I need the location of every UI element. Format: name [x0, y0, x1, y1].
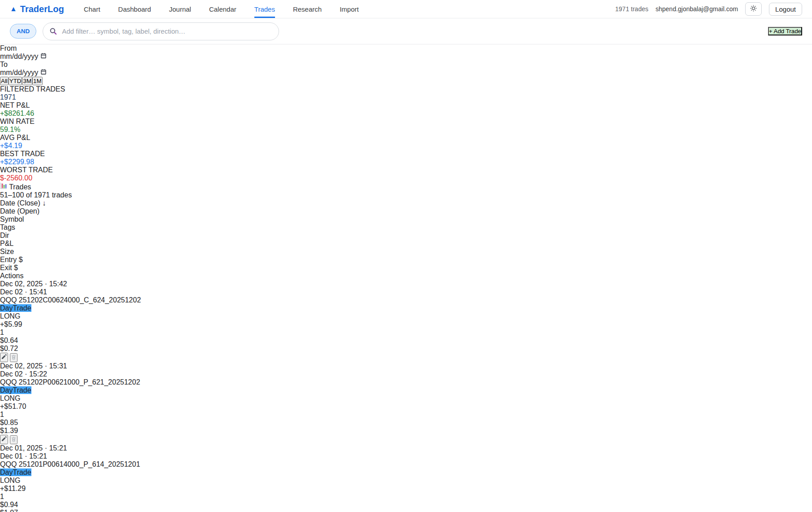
cell-exit: $1.07 [0, 509, 812, 512]
column-header[interactable]: Date (Close) ↓ [0, 199, 812, 207]
trades-count: 1971 trades [615, 5, 648, 13]
cell-date-close: Dec 01, 2025 · 15:21 [0, 444, 812, 452]
stat-card: FILTERED TRADES1971 [0, 85, 812, 101]
cell-pnl: +$11.29 [0, 485, 812, 493]
stat-label: AVG P&L [0, 134, 812, 142]
cell-exit: $1.39 [0, 427, 812, 435]
filter-search-wrap [43, 22, 279, 40]
stat-label: WIN RATE [0, 118, 812, 126]
range-button-ytd[interactable]: YTD [9, 77, 22, 85]
range-preset-group: AllYTD3M1M [0, 77, 812, 85]
trash-icon [11, 437, 17, 443]
trades-panel-header: Trades 51–100 of 1971 trades [0, 182, 812, 199]
calendar-icon [40, 53, 47, 60]
range-button-all[interactable]: All [0, 77, 9, 85]
cell-symbol: QQQ 251202P00621000_P_621_20251202 [0, 378, 812, 386]
navbar-right: 1971 trades shpend.gjonbalaj@gmail.com L… [615, 0, 802, 18]
cell-dir: LONG [0, 477, 812, 485]
nav-menu: ChartDashboardJournalCalendarTradesResea… [84, 0, 359, 18]
direction-badge: LONG [0, 394, 20, 402]
edit-trade-button[interactable] [0, 435, 8, 444]
cell-entry: $0.94 [0, 501, 812, 509]
stat-value: +$8261.46 [0, 109, 812, 118]
logout-button[interactable]: Logout [769, 3, 802, 16]
stat-card: NET P&L+$8261.46 [0, 101, 812, 118]
nav-item-dashboard[interactable]: Dashboard [118, 0, 151, 18]
from-date-value: mm/dd/yyyy [0, 53, 38, 60]
stat-value: +$2299.98 [0, 158, 812, 166]
tag-badge[interactable]: DayTrade [0, 304, 31, 312]
column-header[interactable]: Dir [0, 232, 812, 240]
search-icon [49, 27, 57, 37]
range-button-3m[interactable]: 3M [22, 77, 32, 85]
stat-value: 1971 [0, 93, 812, 101]
cell-date-open: Dec 02 · 15:22 [0, 370, 812, 378]
cell-size: 1 [0, 411, 812, 419]
cell-entry: $0.64 [0, 337, 812, 345]
edit-trade-button[interactable] [0, 353, 8, 362]
to-label: To [0, 61, 8, 68]
stat-label: BEST TRADE [0, 150, 812, 158]
from-label: From [0, 44, 17, 52]
nav-item-chart[interactable]: Chart [84, 0, 100, 18]
sun-icon [750, 4, 757, 13]
column-header[interactable]: Tags [0, 223, 812, 232]
stat-label: NET P&L [0, 101, 812, 109]
from-date-input[interactable]: mm/dd/yyyy [0, 53, 812, 61]
cell-tags: DayTrade [0, 304, 812, 312]
direction-badge: LONG [0, 312, 20, 320]
trash-icon [11, 354, 17, 361]
filter-search-input[interactable] [43, 22, 279, 40]
cell-date-open: Dec 02 · 15:41 [0, 288, 812, 296]
delete-trade-button[interactable] [10, 353, 17, 362]
stat-card: WORST TRADE$-2560.00 [0, 166, 812, 182]
bar-chart-icon [0, 183, 9, 191]
stat-value: +$4.19 [0, 142, 812, 150]
pagination-status: 51–100 of 1971 trades [0, 191, 72, 199]
tag-badge[interactable]: DayTrade [0, 468, 31, 476]
column-header[interactable]: Actions [0, 272, 812, 280]
to-date-input[interactable]: mm/dd/yyyy [0, 69, 812, 77]
nav-item-trades[interactable]: Trades [254, 0, 275, 18]
table-row[interactable]: Dec 01, 2025 · 15:21 Dec 01 · 15:21 QQQ … [0, 444, 812, 512]
cell-dir: LONG [0, 312, 812, 320]
cell-size: 1 [0, 328, 812, 337]
add-trade-button[interactable]: + Add Trade [768, 27, 802, 35]
filter-logic-and-button[interactable]: AND [10, 24, 36, 39]
column-header[interactable]: P&L [0, 240, 812, 248]
calendar-icon [40, 69, 47, 76]
cell-pnl: +$5.99 [0, 320, 812, 328]
delete-trade-button[interactable] [10, 435, 17, 444]
pencil-icon [1, 437, 7, 443]
stat-label: WORST TRADE [0, 166, 812, 174]
cell-date-close: Dec 02, 2025 · 15:31 [0, 362, 812, 370]
range-button-1m[interactable]: 1M [32, 77, 43, 85]
nav-item-import[interactable]: Import [340, 0, 359, 18]
table-header-row: Date (Close) ↓Date (Open)SymbolTagsDirP&… [0, 199, 812, 280]
app-logo[interactable]: ▲ TraderLog [10, 0, 64, 18]
logo-triangle-icon: ▲ [10, 5, 17, 13]
tag-badge[interactable]: DayTrade [0, 386, 31, 394]
app-name: TraderLog [20, 4, 64, 14]
table-row[interactable]: Dec 02, 2025 · 15:31 Dec 02 · 15:22 QQQ … [0, 362, 812, 444]
table-body: Dec 02, 2025 · 15:42 Dec 02 · 15:41 QQQ … [0, 280, 812, 512]
cell-actions [0, 435, 812, 444]
nav-item-research[interactable]: Research [293, 0, 322, 18]
trades-title-label: Trades [9, 183, 31, 191]
column-header[interactable]: Symbol [0, 215, 812, 223]
trades-panel: Trades 51–100 of 1971 trades Date (Close… [0, 182, 812, 512]
nav-item-journal[interactable]: Journal [169, 0, 191, 18]
column-header[interactable]: Size [0, 248, 812, 256]
stat-label: FILTERED TRADES [0, 85, 812, 93]
to-date-value: mm/dd/yyyy [0, 69, 38, 76]
column-header[interactable]: Date (Open) [0, 207, 812, 215]
user-email: shpend.gjonbalaj@gmail.com [655, 5, 738, 13]
theme-toggle-button[interactable] [745, 2, 762, 16]
date-range-bar: From mm/dd/yyyy To mm/dd/yyyy AllYTD3M1M [0, 44, 812, 85]
column-header[interactable]: Entry $ [0, 256, 812, 264]
trades-title: Trades [0, 182, 812, 191]
cell-exit: $0.72 [0, 345, 812, 353]
nav-item-calendar[interactable]: Calendar [209, 0, 236, 18]
table-row[interactable]: Dec 02, 2025 · 15:42 Dec 02 · 15:41 QQQ … [0, 280, 812, 362]
column-header[interactable]: Exit $ [0, 264, 812, 272]
